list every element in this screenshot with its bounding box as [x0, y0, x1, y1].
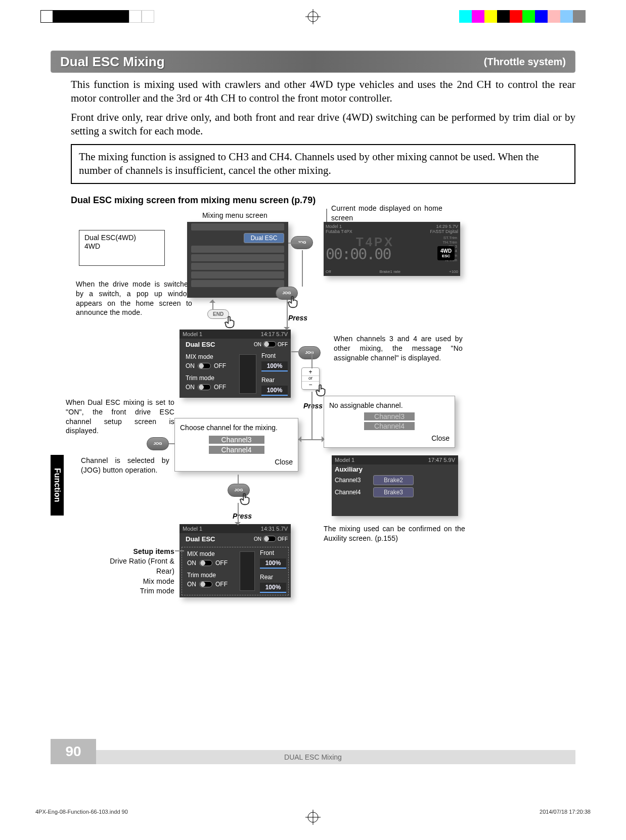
press-label: Press — [303, 402, 323, 410]
jog-button[interactable]: JOG — [147, 437, 169, 455]
mixing-menu-screen[interactable]: Dual ESC — [187, 222, 288, 298]
on-note: When Dual ESC mixing is set to "ON", the… — [66, 398, 174, 436]
intro-paragraph-2: Front drive only, rear drive only, and b… — [71, 111, 575, 138]
registration-mark-top — [305, 9, 321, 24]
jog-note: Channel is selected by (JOG) button oper… — [81, 456, 169, 475]
intro-paragraph-1: This function is mixing used with crawle… — [71, 78, 575, 106]
channel4-button[interactable]: Channel4 — [209, 446, 264, 454]
mode-badge: 4WDESC — [437, 246, 455, 260]
popup-note: When the drive mode is switched by a swi… — [76, 279, 192, 318]
timestamp-meta: 2014/07/18 17:20:38 — [540, 809, 591, 815]
registration-mark-bottom — [305, 810, 321, 825]
footer-title: DUAL ESC Mixing — [51, 750, 575, 764]
page-title: Dual ESC Mixing — [60, 54, 484, 70]
no-assignable-popup[interactable]: No assignable channel. Channel3 Channel4… — [324, 396, 455, 448]
press-label: Press — [233, 512, 252, 520]
press-label: Press — [288, 314, 307, 322]
choose-title: Choose channel for the mixing. — [180, 424, 293, 432]
dual-esc-screen-1[interactable]: Model 114:17 5.7V Dual ESC ONOFF MIX mod… — [180, 330, 291, 398]
dual-esc-menu-item[interactable]: Dual ESC — [244, 233, 284, 243]
function-tab: Function — [51, 455, 64, 516]
page-number: 90 — [51, 739, 96, 764]
jog-button[interactable]: JOG — [298, 346, 321, 364]
aux-note: The mixing used can be confirmed on the … — [324, 524, 465, 543]
page-subtitle: (Throttle system) — [484, 56, 566, 68]
close-button[interactable]: Close — [431, 434, 450, 442]
setup-items: Setup items Drive Ratio (Front & Rear) M… — [91, 547, 174, 596]
auxiliary-screen: Model 117:47 5.9V Auxiliary Channel3Brak… — [332, 455, 458, 516]
mode-line2: 4WD — [84, 242, 159, 251]
dual-esc-screen-2[interactable]: Model 114:31 5.7V Dual ESC ONOFF MIX mod… — [180, 524, 291, 597]
mode-line1: Dual ESC(4WD) — [84, 234, 159, 242]
channel4-disabled: Channel4 — [364, 422, 415, 430]
channel3-button[interactable]: Channel3 — [209, 436, 264, 444]
no-assign-title: No assignable channel. — [329, 401, 450, 409]
file-meta: 4PX-Eng-08-Function-66-103.indd 90 — [35, 809, 128, 815]
no-assign-note: When channels 3 and 4 are used by other … — [334, 334, 463, 363]
hand-cursor-icon — [286, 294, 301, 309]
mode-popup-box: Dual ESC(4WD) 4WD — [79, 230, 165, 266]
note-box: The mixing function is assigned to CH3 a… — [71, 144, 575, 184]
diagram-area: Mixing menu screen Current mode displaye… — [51, 211, 575, 767]
choose-channel-popup[interactable]: Choose channel for the mixing. Channel3 … — [174, 418, 298, 472]
title-bar: Dual ESC Mixing (Throttle system) — [51, 51, 575, 73]
mixing-menu-label: Mixing menu screen — [202, 211, 267, 220]
current-mode-label: Current mode displayed on home screen — [331, 204, 442, 223]
channel3-disabled: Channel3 — [364, 412, 415, 421]
color-bar-right — [459, 10, 586, 23]
close-button[interactable]: Close — [275, 458, 293, 466]
color-bar-left — [40, 10, 154, 23]
section-heading: Dual ESC mixing screen from mixing menu … — [71, 195, 575, 206]
hand-cursor-icon — [238, 491, 253, 506]
hand-cursor-icon — [222, 314, 238, 330]
